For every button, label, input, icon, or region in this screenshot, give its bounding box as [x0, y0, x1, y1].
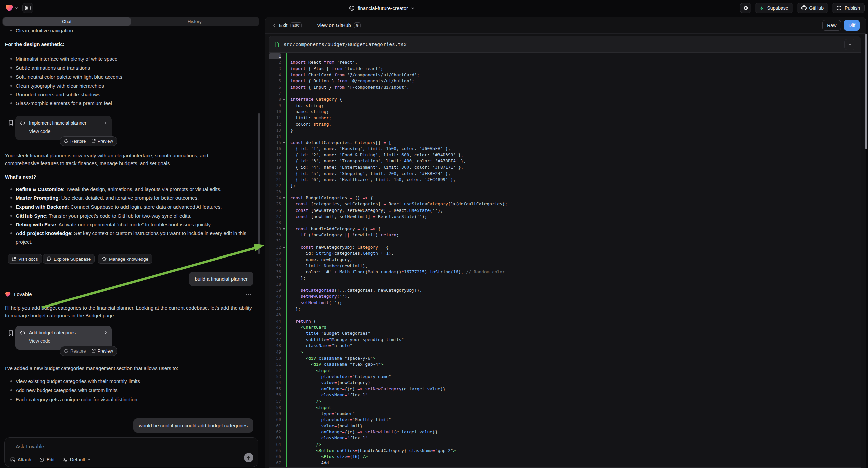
view-code-link[interactable]: View code — [29, 339, 107, 344]
code-line: 8interface Category { — [269, 96, 861, 103]
list-item: Glass-morphic elements for a premium fee… — [10, 99, 255, 108]
restore-button[interactable]: Restore — [64, 349, 86, 353]
globe-icon — [349, 5, 355, 11]
manage-knowledge-button[interactable]: Manage knowledge — [98, 254, 152, 264]
code-scrollbar[interactable] — [865, 34, 867, 149]
fold-chevron-icon[interactable] — [281, 195, 286, 201]
code-icon — [20, 121, 26, 125]
chevron-left-icon — [274, 23, 276, 28]
list-item: Rounded corners and subtle shadows — [10, 90, 255, 99]
github-icon — [801, 5, 807, 11]
diff-added-gutter — [286, 398, 287, 404]
diff-added-gutter — [286, 121, 287, 127]
bookmark-icon[interactable] — [8, 330, 13, 337]
diff-added-gutter — [286, 300, 287, 306]
code-line: 18 { id: '3', name: 'Transportation', li… — [269, 158, 861, 164]
preview-button[interactable]: Preview — [91, 349, 113, 353]
diff-added-gutter — [286, 59, 287, 65]
code-line: 10 name: string; — [269, 109, 861, 115]
exit-button[interactable]: Exit ESC — [272, 22, 304, 29]
chevron-up-icon — [848, 43, 852, 46]
code-line: 36 color: '#' + Math.floor(Math.random()… — [269, 269, 861, 275]
diff-added-gutter — [286, 411, 287, 417]
code-line: 64 /> — [269, 441, 861, 447]
file-path: src/components/budget/BudgetCategories.t… — [283, 41, 407, 47]
diff-added-gutter — [286, 466, 287, 467]
bookmark-icon[interactable] — [8, 119, 13, 126]
diff-added-gutter — [286, 140, 287, 146]
diff-added-gutter — [286, 127, 287, 133]
code-line: 35 limit: Number(newLimit), — [269, 263, 861, 269]
visit-docs-button[interactable]: Visit docs — [8, 254, 42, 264]
supabase-button[interactable]: Supabase — [754, 3, 793, 13]
code-line: 7 — [269, 90, 861, 96]
code-line: 57 /> — [269, 398, 861, 404]
diff-added-gutter — [286, 355, 287, 361]
diff-added-gutter — [286, 213, 287, 220]
code-line: 1 — [269, 53, 861, 59]
esc-kbd-badge: ESC — [290, 23, 302, 28]
code-line: 59 type="number" — [269, 411, 861, 417]
code-line: 26 const [newCategory, setNewCategory] =… — [269, 207, 861, 213]
code-lines[interactable]: 12import React from 'react';3import { Pl… — [269, 53, 861, 467]
settings-button[interactable] — [740, 3, 751, 13]
raw-toggle-button[interactable]: Raw — [823, 20, 841, 31]
code-line: 60 placeholder="Monthly limit" — [269, 417, 861, 423]
tab-history[interactable]: History — [131, 18, 259, 26]
diff-added-gutter — [286, 152, 287, 158]
chat-input[interactable] — [15, 443, 218, 450]
send-button[interactable] — [244, 453, 253, 462]
mode-selector[interactable]: Default — [63, 457, 90, 462]
view-on-github-button[interactable]: View on GitHub G — [315, 22, 363, 29]
attach-button[interactable]: Attach — [10, 457, 31, 462]
fold-chevron-icon[interactable] — [281, 140, 286, 146]
arrow-up-icon — [247, 456, 251, 460]
project-switcher[interactable]: financial-future-creator — [349, 0, 415, 16]
chevron-right-icon — [104, 331, 107, 335]
preview-button[interactable]: Preview — [91, 139, 113, 144]
diff-added-gutter — [286, 115, 287, 121]
github-button[interactable]: GitHub — [797, 3, 829, 13]
code-line: 45 <ChartCard — [269, 324, 861, 330]
diff-added-gutter — [286, 423, 287, 429]
code-line: 63 className="flex-1" — [269, 435, 861, 441]
diff-added-gutter — [286, 226, 287, 232]
diff-added-gutter — [286, 380, 287, 386]
diff-added-gutter — [286, 269, 287, 275]
code-line: 20 { id: '5', name: 'Shopping', limit: 2… — [269, 171, 861, 177]
restore-button[interactable]: Restore — [64, 139, 86, 144]
design-aesthetic-heading: For the design aesthetic: — [5, 41, 65, 47]
code-line: 54 value={newCategory} — [269, 380, 861, 386]
tab-chat[interactable]: Chat — [3, 18, 131, 26]
list-item: View existing budget categories with the… — [10, 377, 255, 386]
restore-icon — [64, 139, 68, 143]
target-icon — [39, 457, 44, 462]
ready-paragraph: Your sleek financial planner is now read… — [5, 152, 237, 167]
sliders-icon — [63, 457, 68, 462]
file-header[interactable]: src/components/budget/BudgetCategories.t… — [269, 36, 861, 53]
diff-toggle-button[interactable]: Diff — [844, 20, 860, 31]
publish-button[interactable]: Publish — [832, 3, 865, 13]
fold-chevron-icon[interactable] — [281, 96, 286, 103]
diff-added-gutter — [286, 66, 287, 72]
view-code-link[interactable]: View code — [29, 128, 107, 134]
lovable-app-window: financial-future-creator Supabase — [0, 0, 868, 468]
list-item: Master Prompting: Use clear, detailed, a… — [10, 194, 255, 202]
external-link-icon — [91, 349, 96, 353]
code-line: 41 setNewLimit(''); — [269, 300, 861, 306]
list-item: Add project knowledge: Set key context o… — [10, 229, 251, 246]
diff-added-gutter — [286, 429, 287, 435]
chat-scrollbar[interactable] — [258, 113, 260, 254]
fold-chevron-icon[interactable] — [281, 244, 286, 251]
edit-button[interactable]: Edit — [39, 457, 55, 462]
more-options-icon[interactable] — [244, 293, 253, 295]
chevron-down-icon — [411, 7, 415, 9]
list-item: Minimalist interface with plenty of whit… — [10, 55, 255, 63]
fold-chevron-icon[interactable] — [281, 226, 286, 232]
collapse-file-button[interactable] — [844, 39, 855, 50]
chat-panel: Chat History Clean, intuitive navigation… — [0, 0, 262, 468]
code-line: 31 — [269, 238, 861, 244]
image-attach-icon — [10, 457, 16, 462]
assistant-header: Lovable — [5, 291, 253, 297]
explore-supabase-button[interactable]: Explore Supabase — [42, 254, 95, 264]
